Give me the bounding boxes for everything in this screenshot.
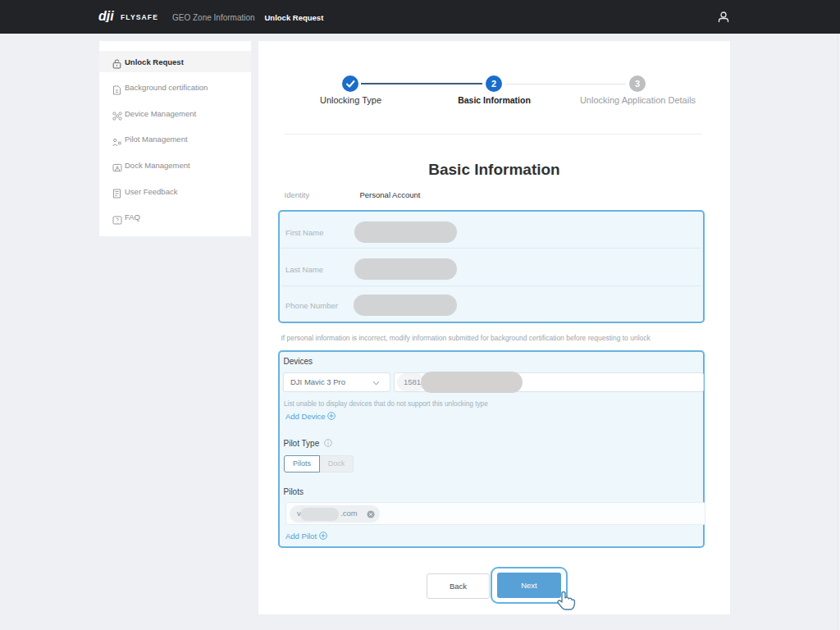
svg-text:dji: dji: [98, 10, 114, 22]
